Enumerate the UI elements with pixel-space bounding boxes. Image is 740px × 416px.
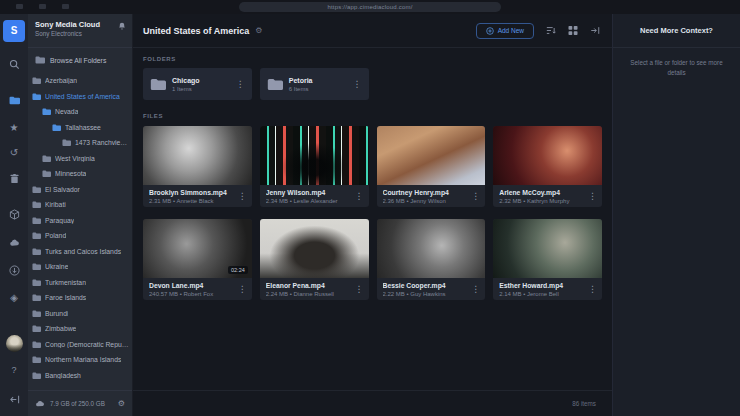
folder-name: Petoria: [289, 76, 345, 87]
grid-view-icon[interactable]: [568, 26, 578, 35]
tree-item-label: Paraguay: [45, 217, 74, 224]
folder-icon: [32, 325, 41, 333]
tree-item-label: Faroe Islands: [45, 294, 86, 301]
tree-item[interactable]: Nevada: [28, 104, 132, 120]
folder-icon: [32, 93, 41, 101]
folder-icon: [52, 124, 61, 132]
tree-item-label: Northern Mariana Islands: [45, 356, 121, 363]
file-thumbnail[interactable]: [377, 219, 486, 278]
tree-item[interactable]: Kiribati: [28, 197, 132, 213]
search-icon[interactable]: [3, 53, 25, 75]
more-options-icon[interactable]: ⋮: [586, 191, 599, 201]
tree-item[interactable]: Bangladesh: [28, 368, 132, 384]
file-thumbnail[interactable]: [143, 126, 252, 185]
more-options-icon[interactable]: ⋮: [353, 284, 366, 294]
storage-usage: 7.9 GB of 250.0 GB: [50, 400, 113, 407]
org-name: Sony Media Cloud: [35, 19, 100, 30]
file-thumbnail[interactable]: [493, 126, 602, 185]
folder-card[interactable]: Petoria 6 Items ⋮: [260, 68, 369, 100]
more-options-icon[interactable]: ⋮: [236, 191, 249, 201]
browse-all-folders[interactable]: Browse All Folders: [28, 48, 132, 70]
storage-settings-icon[interactable]: ⚙: [118, 399, 125, 408]
folder-icon: [35, 56, 45, 64]
folder-icon: [32, 294, 41, 302]
more-options-icon[interactable]: ⋮: [234, 79, 247, 89]
tree-item[interactable]: Paraguay: [28, 213, 132, 229]
tree-item-label: Turks and Caicos Islands: [45, 248, 121, 255]
file-name: Eleanor Pena.mp4: [266, 281, 353, 292]
packages-icon[interactable]: [3, 203, 25, 225]
file-thumbnail[interactable]: [377, 126, 486, 185]
tree-item[interactable]: Azerbaijan: [28, 73, 132, 89]
tree-item-label: Poland: [45, 232, 66, 239]
file-card[interactable]: Arlene McCoy.mp4 2.32 MB • Kathryn Murph…: [493, 126, 602, 207]
starred-icon[interactable]: ★: [3, 117, 25, 139]
tree-item[interactable]: Zimbabwe: [28, 321, 132, 337]
more-options-icon[interactable]: ⋮: [351, 79, 364, 89]
app-window: https://app.cimediacloud.com/ S ★ ↺: [0, 0, 740, 416]
folder-settings-icon[interactable]: ⚙: [255, 26, 262, 35]
file-card[interactable]: Brooklyn Simmons.mp4 2.31 MB • Annette B…: [143, 126, 252, 207]
content-area: FOLDERS Chicago 1 Items: [133, 48, 612, 390]
tree-item[interactable]: Turkmenistan: [28, 275, 132, 291]
storage-bar: 7.9 GB of 250.0 GB ⚙: [28, 390, 132, 416]
folders-icon[interactable]: [3, 89, 25, 111]
history-icon[interactable]: ↺: [3, 142, 25, 164]
tree-item[interactable]: Minnesota: [28, 166, 132, 182]
tree-item[interactable]: Faroe Islands: [28, 290, 132, 306]
tree-item[interactable]: West Virginia: [28, 151, 132, 167]
browser-tab-controls[interactable]: [16, 4, 69, 9]
more-options-icon[interactable]: ⋮: [586, 284, 599, 294]
more-options-icon[interactable]: ⋮: [236, 284, 249, 294]
context-panel-header: Need More Context?: [613, 14, 740, 48]
folder-icon: [150, 78, 166, 91]
folder-card[interactable]: Chicago 1 Items ⋮: [143, 68, 252, 100]
folder-icon: [42, 108, 51, 116]
app-logo[interactable]: S: [3, 20, 25, 42]
file-thumbnail[interactable]: 02:24: [143, 219, 252, 278]
tree-item[interactable]: Congo (Democratic Repub...: [28, 337, 132, 353]
file-card[interactable]: Courtney Henry.mp4 2.36 MB • Jenny Wilso…: [377, 126, 486, 207]
more-options-icon[interactable]: ⋮: [469, 191, 482, 201]
notifications-bell-icon[interactable]: [118, 22, 126, 30]
file-thumbnail[interactable]: [260, 219, 369, 278]
cloud-icon[interactable]: [3, 231, 25, 253]
file-card[interactable]: Bessie Cooper.mp4 2.22 MB • Guy Hawkins …: [377, 219, 486, 300]
tree-item[interactable]: El Salvador: [28, 182, 132, 198]
tree-item[interactable]: United States of America: [28, 89, 132, 105]
sidebar-header: Sony Media Cloud Sony Electronics: [28, 14, 132, 48]
tree-item-label: Burundi: [45, 310, 68, 317]
address-bar[interactable]: https://app.cimediacloud.com/: [239, 2, 501, 12]
help-icon[interactable]: ?: [3, 359, 25, 381]
file-card[interactable]: 02:24 Devon Lane.mp4 240.57 MB • Robert …: [143, 219, 252, 300]
tree-item[interactable]: Poland: [28, 228, 132, 244]
file-thumbnail[interactable]: [260, 126, 369, 185]
sort-icon[interactable]: [546, 26, 556, 35]
tree-item-label: United States of America: [45, 93, 120, 100]
more-options-icon[interactable]: ⋮: [469, 284, 482, 294]
tree-item-label: Kiribati: [45, 201, 66, 208]
tree-item[interactable]: Turks and Caicos Islands: [28, 244, 132, 260]
file-card[interactable]: Eleanor Pena.mp4 2.24 MB • Dianne Russel…: [260, 219, 369, 300]
tree-item[interactable]: Tallahassee: [28, 120, 132, 136]
files-section-label: FILES: [143, 113, 602, 119]
tree-item[interactable]: Burundi: [28, 306, 132, 322]
user-avatar[interactable]: [6, 335, 23, 352]
more-options-icon[interactable]: ⋮: [353, 191, 366, 201]
file-card[interactable]: Jenny Wilson.mp4 2.34 MB • Leslie Alexan…: [260, 126, 369, 207]
add-new-button[interactable]: Add New: [476, 23, 534, 39]
tree-item-label: Azerbaijan: [45, 77, 77, 84]
sidebar: Sony Media Cloud Sony Electronics Browse…: [28, 14, 133, 416]
location-icon[interactable]: ◈: [3, 287, 25, 309]
collapse-rail-icon[interactable]: [3, 388, 25, 410]
file-thumbnail[interactable]: [493, 219, 602, 278]
file-card[interactable]: Esther Howard.mp4 2.14 MB • Jerome Bell …: [493, 219, 602, 300]
tree-item[interactable]: Ukraine: [28, 259, 132, 275]
tree-item[interactable]: Northern Mariana Islands: [28, 352, 132, 368]
download-icon[interactable]: [3, 259, 25, 281]
tree-item[interactable]: 1473 Ranchview ...: [28, 135, 132, 151]
tree-item-label: Zimbabwe: [45, 325, 76, 332]
trash-icon[interactable]: [3, 167, 25, 189]
collapse-panel-icon[interactable]: [590, 26, 600, 35]
folder-icon: [32, 372, 41, 380]
